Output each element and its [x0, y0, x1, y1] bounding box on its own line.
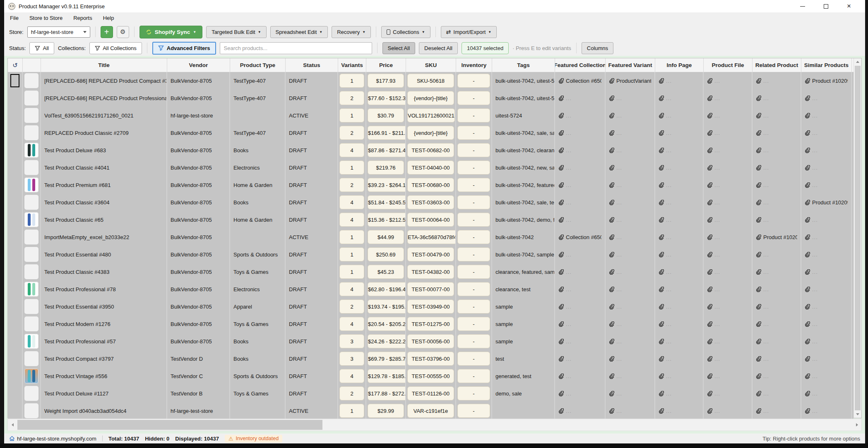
product-image-cell[interactable]: [23, 367, 41, 385]
table-row[interactable]: [REPLACED-686] REPLACED Product Compact …: [8, 72, 854, 89]
header-col-inventory[interactable]: Inventory: [456, 58, 492, 72]
related-product-link[interactable]: ...: [753, 141, 801, 159]
similar-products-link[interactable]: ...: [801, 315, 852, 333]
product-image-cell[interactable]: [23, 107, 41, 124]
inventory-value[interactable]: -: [457, 74, 490, 88]
featured-collection-link[interactable]: ...: [555, 124, 606, 141]
row-select-cell[interactable]: [8, 211, 23, 228]
price-value[interactable]: $177.88 - $272.95: [368, 386, 406, 400]
featured-variant-link[interactable]: ...: [606, 315, 655, 333]
sku-value[interactable]: TEST-04040-00: [407, 161, 454, 175]
featured-collection-link[interactable]: Collection #6504: [555, 228, 606, 246]
info-page-link[interactable]: ...: [655, 298, 704, 315]
price-value[interactable]: $62.80 - $196.46: [368, 282, 406, 296]
sku-value[interactable]: TEST-00555-00: [407, 369, 454, 383]
inventory-value[interactable]: -: [457, 265, 490, 279]
featured-collection-link[interactable]: ...: [555, 211, 606, 228]
featured-variant-link[interactable]: ...: [606, 159, 655, 176]
variants-value[interactable]: 2: [339, 178, 364, 192]
product-image-cell[interactable]: [23, 228, 41, 246]
select-cell[interactable]: [10, 335, 19, 348]
variants-value[interactable]: 4: [339, 213, 364, 227]
product-file-link[interactable]: ...: [704, 194, 753, 211]
variants-value[interactable]: 3: [339, 352, 364, 366]
variants-value[interactable]: 4: [339, 317, 364, 331]
row-select-cell[interactable]: [8, 280, 23, 298]
table-row[interactable]: Test Product Classic #65BulkVendor-8705H…: [8, 211, 854, 228]
table-row[interactable]: Test Product Professional #57BulkVendor-…: [8, 333, 854, 350]
row-select-cell[interactable]: [8, 385, 23, 402]
similar-products-link[interactable]: ...: [801, 367, 852, 385]
row-select-cell[interactable]: [8, 159, 23, 176]
header-col-status[interactable]: Status: [286, 58, 338, 72]
select-cell[interactable]: [10, 91, 19, 105]
sku-value[interactable]: TEST-03603-00: [407, 195, 454, 209]
related-product-link[interactable]: ...: [753, 298, 801, 315]
header-col-image[interactable]: [23, 58, 41, 72]
product-image-cell[interactable]: [23, 402, 41, 419]
sku-value[interactable]: VOL191712600021: [407, 108, 455, 122]
scroll-right-icon[interactable]: [852, 419, 861, 431]
select-cell[interactable]: [10, 265, 19, 278]
variants-value[interactable]: 2: [339, 91, 364, 105]
product-file-link[interactable]: ...: [704, 263, 753, 280]
price-value[interactable]: $77.60 - $152.35: [368, 91, 406, 105]
inventory-value[interactable]: -: [457, 369, 490, 383]
header-col-refresh[interactable]: ↺: [8, 58, 23, 72]
info-page-link[interactable]: ...: [655, 350, 704, 367]
product-file-link[interactable]: ...: [704, 350, 753, 367]
price-value[interactable]: $24.26 - $222.22: [368, 334, 406, 348]
row-select-cell[interactable]: [8, 402, 23, 419]
menu-store-to-store[interactable]: Store to Store: [29, 15, 63, 21]
select-cell[interactable]: [10, 248, 19, 261]
header-col-tags[interactable]: Tags: [492, 58, 555, 72]
info-page-link[interactable]: ...: [655, 107, 704, 124]
sku-value[interactable]: TEST-03796-00: [407, 352, 454, 366]
inventory-value[interactable]: -: [457, 91, 490, 105]
featured-collection-link[interactable]: ...: [555, 107, 606, 124]
info-page-link[interactable]: ...: [655, 280, 704, 298]
inventory-value[interactable]: -: [457, 317, 490, 331]
product-file-link[interactable]: ...: [704, 315, 753, 333]
info-page-link[interactable]: ...: [655, 315, 704, 333]
similar-products-link[interactable]: ...: [801, 124, 852, 141]
featured-variant-link[interactable]: ...: [606, 107, 655, 124]
price-value[interactable]: $166.91 - $211.66: [368, 126, 406, 140]
variants-value[interactable]: 1: [339, 108, 364, 122]
scroll-up-icon[interactable]: [854, 58, 861, 65]
related-product-link[interactable]: ...: [753, 263, 801, 280]
select-cell[interactable]: [10, 144, 19, 157]
select-cell[interactable]: [10, 161, 19, 174]
table-row[interactable]: Test Product Professional #78BulkVendor-…: [8, 280, 854, 298]
select-cell[interactable]: [10, 109, 19, 122]
info-page-link[interactable]: ...: [655, 333, 704, 350]
sku-value[interactable]: TEST-01126-00: [407, 386, 454, 400]
variants-value[interactable]: 1: [339, 265, 364, 279]
related-product-link[interactable]: ...: [753, 402, 801, 419]
variants-value[interactable]: 1: [339, 404, 364, 418]
product-image-cell[interactable]: [23, 315, 41, 333]
info-page-link[interactable]: ...: [655, 89, 704, 107]
related-product-link[interactable]: ...: [753, 124, 801, 141]
price-value[interactable]: $15.36 - $212.53: [368, 213, 406, 227]
variants-value[interactable]: 2: [339, 126, 364, 140]
variants-value[interactable]: 1: [339, 230, 364, 244]
featured-collection-link[interactable]: ...: [555, 367, 606, 385]
deselect-all-button[interactable]: Deselect All: [419, 42, 458, 54]
select-cell[interactable]: [10, 126, 19, 139]
select-cell[interactable]: [10, 369, 19, 383]
similar-products-link[interactable]: ...: [801, 107, 852, 124]
select-cell[interactable]: [10, 317, 19, 331]
price-value[interactable]: $29.99: [368, 404, 404, 418]
info-page-link[interactable]: ...: [655, 194, 704, 211]
header-col-related-product[interactable]: Related Product: [753, 58, 801, 72]
similar-products-link[interactable]: ...: [801, 228, 852, 246]
product-image-cell[interactable]: [23, 141, 41, 159]
info-page-link[interactable]: ...: [655, 159, 704, 176]
table-row[interactable]: Test Product Deluxe #1127TestVendor BToy…: [8, 385, 854, 402]
price-value[interactable]: $30.79: [368, 108, 404, 122]
vertical-scroll-thumb[interactable]: [855, 66, 861, 410]
product-file-link[interactable]: ...: [704, 89, 753, 107]
featured-variant-link[interactable]: ...: [606, 246, 655, 263]
table-row[interactable]: Test Product Classic #3604BulkVendor-870…: [8, 194, 854, 211]
